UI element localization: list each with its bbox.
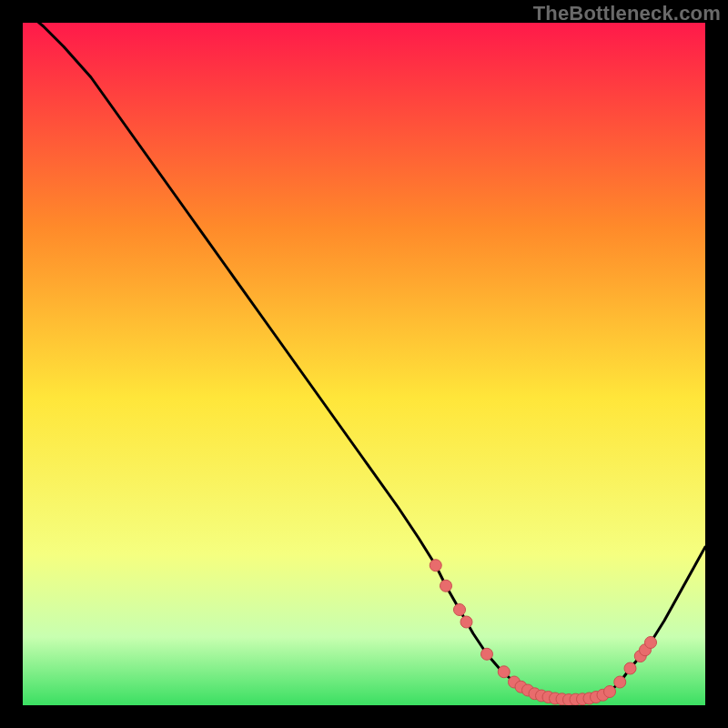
chart-svg [23, 23, 705, 705]
data-marker [498, 666, 510, 678]
watermark-text: TheBottleneck.com [533, 2, 721, 25]
data-marker [460, 616, 472, 628]
data-marker [614, 676, 626, 688]
data-marker [624, 662, 636, 674]
data-marker [481, 648, 493, 660]
plot-area [23, 23, 705, 705]
data-marker [430, 560, 441, 571]
data-marker [454, 604, 466, 616]
chart-frame: TheBottleneck.com [0, 0, 728, 728]
data-marker [645, 637, 657, 649]
data-marker [604, 686, 616, 698]
data-marker [440, 580, 452, 592]
